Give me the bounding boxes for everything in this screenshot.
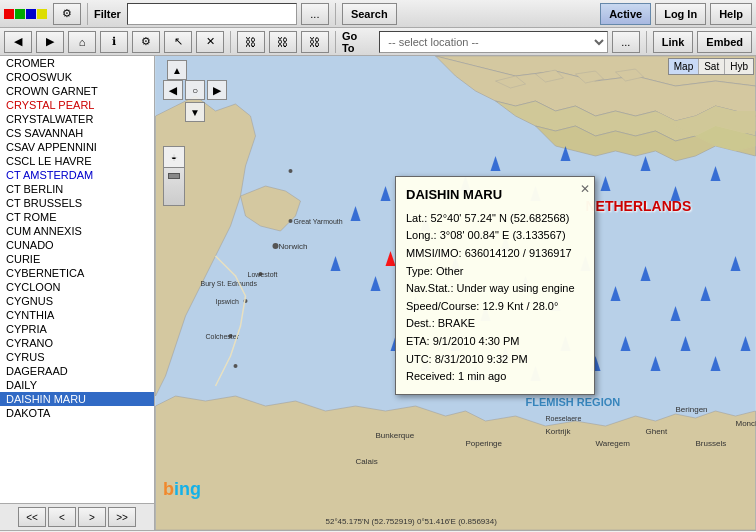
vessel-list-item[interactable]: DAGERAAD <box>0 364 154 378</box>
sep1 <box>87 3 88 25</box>
svg-text:Colchester: Colchester <box>206 333 240 340</box>
sep2 <box>335 3 336 25</box>
vessel-list-item[interactable]: CYGNUS <box>0 294 154 308</box>
app-logo <box>4 9 47 19</box>
close-small-btn[interactable]: ✕ <box>196 31 224 53</box>
svg-text:52°45.175'N (52.752919)  0°51.: 52°45.175'N (52.752919) 0°51.416'E (0.85… <box>326 517 498 526</box>
cursor-btn[interactable]: ↖ <box>164 31 192 53</box>
map-type-sat[interactable]: Sat <box>699 59 725 74</box>
vessel-list-item[interactable]: CYRANO <box>0 336 154 350</box>
toolbar-icons-btn[interactable]: ⚙ <box>53 3 81 25</box>
svg-text:Norwich: Norwich <box>279 242 308 251</box>
toolbar-2: ◀ ▶ ⌂ ℹ ⚙ ↖ ✕ ⛓ ⛓ ⛓ Go To -- select loca… <box>0 28 756 56</box>
vessel-sidebar: CROMERCROOSWUKCROWN GARNETCRYSTAL PEARLC… <box>0 56 155 530</box>
search-button[interactable]: Search <box>342 3 397 25</box>
zoom-controls: + - <box>163 146 185 206</box>
vessel-popup: ✕ DAISHIN MARU Lat.: 52°40' 57.24" N (52… <box>395 176 595 395</box>
vessel-list-item[interactable]: CT BERLIN <box>0 182 154 196</box>
map-container[interactable]: Norwich Great Yarmouth Lowestoft Ipswich… <box>155 56 756 530</box>
nav-arrows: ▲ ◀ ○ ▶ ▼ <box>161 58 193 90</box>
vessel-list-item[interactable]: DAILY <box>0 378 154 392</box>
vessel-list: CROMERCROOSWUKCROWN GARNETCRYSTAL PEARLC… <box>0 56 154 503</box>
popup-dest: Dest.: BRAKE <box>406 315 584 333</box>
pan-left-btn[interactable]: ◀ <box>163 80 183 100</box>
vessel-list-item[interactable]: CURIE <box>0 252 154 266</box>
vessel-list-item[interactable]: CYCLOON <box>0 280 154 294</box>
embed-button[interactable]: Embed <box>697 31 752 53</box>
toolbar-1: ⚙ Filter ... Search Active Log In Help <box>0 0 756 28</box>
pan-up-btn[interactable]: ▲ <box>167 60 187 80</box>
vessel-list-item[interactable]: CROWN GARNET <box>0 84 154 98</box>
popup-navstat: Nav.Stat.: Under way using engine <box>406 280 584 298</box>
home-btn[interactable]: ⌂ <box>68 31 96 53</box>
forward-btn[interactable]: ▶ <box>36 31 64 53</box>
svg-text:Lowestoft: Lowestoft <box>248 271 278 278</box>
zoom-out-btn[interactable]: - <box>163 146 185 168</box>
popup-lon: Long.: 3°08' 00.84" E (3.133567) <box>406 227 584 245</box>
svg-point-3 <box>289 219 293 223</box>
pan-center-btn[interactable]: ○ <box>185 80 205 100</box>
vessel-list-item[interactable]: DAISHIN MARU <box>0 392 154 406</box>
svg-text:Poperinge: Poperinge <box>466 439 503 448</box>
nav-last-btn[interactable]: >> <box>108 507 136 527</box>
sep3 <box>230 31 231 53</box>
vessel-list-item[interactable]: CT ROME <box>0 210 154 224</box>
vessel-list-item[interactable]: CYRUS <box>0 350 154 364</box>
filter-label: Filter <box>94 8 121 20</box>
vessel-list-item[interactable]: CSCL LE HAVRE <box>0 154 154 168</box>
svg-text:Monchengladbach: Monchengladbach <box>736 419 757 428</box>
svg-text:Great Yarmouth: Great Yarmouth <box>294 218 343 225</box>
vessel-list-item[interactable]: CUM ANNEXIS <box>0 224 154 238</box>
vessel-list-item[interactable]: CS SAVANNAH <box>0 126 154 140</box>
filter-input[interactable] <box>127 3 297 25</box>
vessel-list-item[interactable]: CYPRIA <box>0 322 154 336</box>
nav-prev-btn[interactable]: < <box>48 507 76 527</box>
link-icon-btn[interactable]: ⛓ <box>237 31 265 53</box>
popup-vessel-name: DAISHIN MARU <box>406 185 584 206</box>
vessel-list-item[interactable]: CT AMSTERDAM <box>0 168 154 182</box>
svg-text:Beringen: Beringen <box>676 405 708 414</box>
svg-text:FLEMISH REGION: FLEMISH REGION <box>526 396 621 408</box>
nav-first-btn[interactable]: << <box>18 507 46 527</box>
chain2-btn[interactable]: ⛓ <box>301 31 329 53</box>
vessel-list-item[interactable]: CROOSWUK <box>0 70 154 84</box>
vessel-list-item[interactable]: DAKOTA <box>0 406 154 420</box>
vessel-list-item[interactable]: CYBERNETICA <box>0 266 154 280</box>
help-button[interactable]: Help <box>710 3 752 25</box>
popup-close-btn[interactable]: ✕ <box>580 180 590 199</box>
vessel-list-item[interactable]: CYNTHIA <box>0 308 154 322</box>
location-select[interactable]: -- select location -- <box>379 31 607 53</box>
login-button[interactable]: Log In <box>655 3 706 25</box>
map-type-buttons: Map Sat Hyb <box>668 58 754 75</box>
info-btn[interactable]: ℹ <box>100 31 128 53</box>
chain-btn[interactable]: ⛓ <box>269 31 297 53</box>
location-dots-btn[interactable]: ... <box>612 31 640 53</box>
popup-lat: Lat.: 52°40' 57.24" N (52.682568) <box>406 210 584 228</box>
svg-text:Kortrijk: Kortrijk <box>546 427 572 436</box>
sep4 <box>335 31 336 53</box>
vessel-list-item[interactable]: CT BRUSSELS <box>0 196 154 210</box>
vessel-list-item[interactable]: CRYSTALWATER <box>0 112 154 126</box>
vessel-list-item[interactable]: CRYSTAL PEARL <box>0 98 154 112</box>
svg-text:Brussels: Brussels <box>696 439 727 448</box>
popup-speed: Speed/Course: 12.9 Knt / 28.0° <box>406 298 584 316</box>
vessel-list-item[interactable]: CROMER <box>0 56 154 70</box>
vessel-list-item[interactable]: CSAV APPENNINI <box>0 140 154 154</box>
pan-right-btn[interactable]: ▶ <box>207 80 227 100</box>
map-type-hyb[interactable]: Hyb <box>725 59 753 74</box>
popup-mmsi: MMSI/IMO: 636014120 / 9136917 <box>406 245 584 263</box>
svg-text:Calais: Calais <box>356 457 378 466</box>
link-button[interactable]: Link <box>653 31 694 53</box>
svg-text:Bunkerque: Bunkerque <box>376 431 415 440</box>
nav-next-btn[interactable]: > <box>78 507 106 527</box>
popup-type: Type: Other <box>406 263 584 281</box>
vessel-list-item[interactable]: CUNADO <box>0 238 154 252</box>
filter-dots-btn[interactable]: ... <box>301 3 329 25</box>
popup-received: Received: 1 min ago <box>406 368 584 386</box>
map-type-map[interactable]: Map <box>669 59 699 74</box>
back-btn[interactable]: ◀ <box>4 31 32 53</box>
pan-down-btn[interactable]: ▼ <box>185 102 205 122</box>
sidebar-navigation: << < > >> <box>0 503 154 530</box>
settings-btn[interactable]: ⚙ <box>132 31 160 53</box>
active-button[interactable]: Active <box>600 3 651 25</box>
